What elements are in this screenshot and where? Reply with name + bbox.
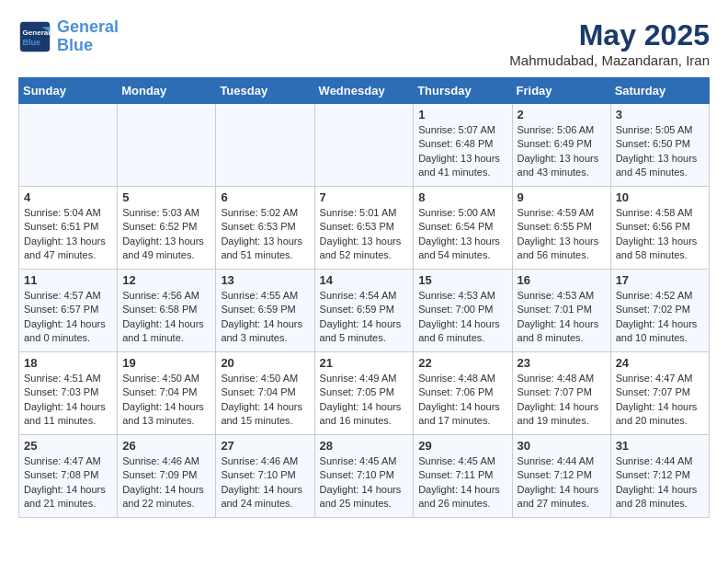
calendar-cell: 9Sunrise: 4:59 AMSunset: 6:55 PMDaylight… [512, 187, 610, 270]
calendar-cell: 23Sunrise: 4:48 AMSunset: 7:07 PMDayligh… [512, 352, 610, 435]
day-info: Sunrise: 4:44 AMSunset: 7:12 PMDaylight:… [518, 454, 606, 511]
calendar-cell: 28Sunrise: 4:45 AMSunset: 7:10 PMDayligh… [314, 435, 414, 518]
day-number: 8 [418, 190, 506, 204]
calendar-cell: 12Sunrise: 4:56 AMSunset: 6:58 PMDayligh… [118, 270, 216, 352]
day-info: Sunrise: 4:50 AMSunset: 7:04 PMDaylight:… [122, 372, 210, 429]
day-number: 2 [518, 108, 606, 121]
day-info: Sunrise: 4:46 AMSunset: 7:09 PMDaylight:… [122, 454, 210, 511]
day-number: 29 [418, 439, 506, 453]
day-info: Sunrise: 4:58 AMSunset: 6:56 PMDaylight:… [616, 206, 704, 263]
day-number: 10 [616, 190, 704, 204]
day-number: 13 [221, 273, 309, 287]
calendar-cell: 25Sunrise: 4:47 AMSunset: 7:08 PMDayligh… [19, 435, 118, 518]
logo-line1: General [57, 17, 119, 36]
day-info: Sunrise: 4:45 AMSunset: 7:10 PMDaylight:… [320, 454, 409, 511]
day-info: Sunrise: 4:57 AMSunset: 6:57 PMDaylight:… [24, 289, 112, 346]
day-info: Sunrise: 4:54 AMSunset: 6:59 PMDaylight:… [320, 289, 409, 346]
calendar-cell: 24Sunrise: 4:47 AMSunset: 7:07 PMDayligh… [610, 352, 709, 435]
day-info: Sunrise: 5:03 AMSunset: 6:52 PMDaylight:… [122, 206, 210, 263]
day-info: Sunrise: 4:48 AMSunset: 7:07 PMDaylight:… [518, 372, 606, 429]
day-info: Sunrise: 5:00 AMSunset: 6:54 PMDaylight:… [418, 206, 506, 263]
day-number: 7 [320, 190, 409, 204]
day-info: Sunrise: 4:45 AMSunset: 7:11 PMDaylight:… [418, 454, 506, 511]
col-header-monday: Monday [118, 78, 216, 104]
calendar-cell: 1Sunrise: 5:07 AMSunset: 6:48 PMDaylight… [414, 104, 512, 187]
calendar-cell: 7Sunrise: 5:01 AMSunset: 6:53 PMDaylight… [314, 187, 414, 270]
day-info: Sunrise: 4:47 AMSunset: 7:08 PMDaylight:… [24, 454, 112, 511]
day-info: Sunrise: 4:52 AMSunset: 7:02 PMDaylight:… [616, 289, 704, 346]
calendar-cell: 11Sunrise: 4:57 AMSunset: 6:57 PMDayligh… [19, 270, 118, 352]
col-header-friday: Friday [512, 78, 610, 104]
calendar-header-row: SundayMondayTuesdayWednesdayThursdayFrid… [19, 78, 710, 104]
calendar-cell: 3Sunrise: 5:05 AMSunset: 6:50 PMDaylight… [610, 104, 709, 187]
col-header-sunday: Sunday [19, 78, 118, 104]
day-info: Sunrise: 4:50 AMSunset: 7:04 PMDaylight:… [221, 372, 309, 429]
day-info: Sunrise: 4:46 AMSunset: 7:10 PMDaylight:… [221, 454, 309, 511]
day-number: 3 [616, 108, 704, 121]
day-number: 6 [221, 190, 309, 204]
day-info: Sunrise: 5:02 AMSunset: 6:53 PMDaylight:… [221, 206, 309, 263]
logo-icon: General Blue [18, 20, 51, 53]
day-info: Sunrise: 4:56 AMSunset: 6:58 PMDaylight:… [122, 289, 210, 346]
page-header: General Blue General Blue May 2025 Mahmu… [18, 18, 710, 68]
day-number: 25 [24, 439, 112, 453]
calendar-cell: 18Sunrise: 4:51 AMSunset: 7:03 PMDayligh… [19, 352, 118, 435]
calendar-cell: 30Sunrise: 4:44 AMSunset: 7:12 PMDayligh… [512, 435, 610, 518]
day-number: 28 [320, 439, 409, 453]
calendar-cell: 13Sunrise: 4:55 AMSunset: 6:59 PMDayligh… [216, 270, 314, 352]
day-info: Sunrise: 4:53 AMSunset: 7:01 PMDaylight:… [518, 289, 606, 346]
day-info: Sunrise: 5:01 AMSunset: 6:53 PMDaylight:… [320, 206, 409, 263]
calendar-cell [19, 104, 118, 187]
calendar-cell: 16Sunrise: 4:53 AMSunset: 7:01 PMDayligh… [512, 270, 610, 352]
day-number: 4 [24, 190, 112, 204]
week-row-5: 25Sunrise: 4:47 AMSunset: 7:08 PMDayligh… [19, 435, 710, 518]
main-title: May 2025 [509, 18, 710, 52]
calendar-cell: 29Sunrise: 4:45 AMSunset: 7:11 PMDayligh… [414, 435, 512, 518]
col-header-tuesday: Tuesday [216, 78, 314, 104]
calendar-cell [118, 104, 216, 187]
logo: General Blue General Blue [18, 18, 119, 55]
day-info: Sunrise: 4:55 AMSunset: 6:59 PMDaylight:… [221, 289, 309, 346]
day-number: 18 [24, 356, 112, 370]
day-number: 1 [418, 108, 506, 121]
calendar-table: SundayMondayTuesdayWednesdayThursdayFrid… [18, 77, 710, 518]
day-number: 22 [418, 356, 506, 370]
day-info: Sunrise: 4:51 AMSunset: 7:03 PMDaylight:… [24, 372, 112, 429]
day-info: Sunrise: 5:07 AMSunset: 6:48 PMDaylight:… [418, 123, 506, 180]
day-info: Sunrise: 5:05 AMSunset: 6:50 PMDaylight:… [616, 123, 704, 180]
calendar-cell: 26Sunrise: 4:46 AMSunset: 7:09 PMDayligh… [118, 435, 216, 518]
week-row-3: 11Sunrise: 4:57 AMSunset: 6:57 PMDayligh… [19, 270, 710, 352]
week-row-2: 4Sunrise: 5:04 AMSunset: 6:51 PMDaylight… [19, 187, 710, 270]
logo-text: General Blue [57, 18, 119, 55]
day-number: 16 [518, 273, 606, 287]
svg-text:Blue: Blue [23, 38, 41, 47]
calendar-cell: 2Sunrise: 5:06 AMSunset: 6:49 PMDaylight… [512, 104, 610, 187]
calendar-cell: 15Sunrise: 4:53 AMSunset: 7:00 PMDayligh… [414, 270, 512, 352]
col-header-saturday: Saturday [610, 78, 709, 104]
calendar-cell [216, 104, 314, 187]
col-header-wednesday: Wednesday [314, 78, 414, 104]
day-info: Sunrise: 5:04 AMSunset: 6:51 PMDaylight:… [24, 206, 112, 263]
day-number: 27 [221, 439, 309, 453]
calendar-cell: 31Sunrise: 4:44 AMSunset: 7:12 PMDayligh… [610, 435, 709, 518]
day-info: Sunrise: 4:59 AMSunset: 6:55 PMDaylight:… [518, 206, 606, 263]
title-block: May 2025 Mahmudabad, Mazandaran, Iran [509, 18, 710, 68]
day-number: 11 [24, 273, 112, 287]
week-row-1: 1Sunrise: 5:07 AMSunset: 6:48 PMDaylight… [19, 104, 710, 187]
day-number: 15 [418, 273, 506, 287]
day-number: 5 [122, 190, 210, 204]
day-info: Sunrise: 4:49 AMSunset: 7:05 PMDaylight:… [320, 372, 409, 429]
day-info: Sunrise: 4:53 AMSunset: 7:00 PMDaylight:… [418, 289, 506, 346]
day-info: Sunrise: 4:47 AMSunset: 7:07 PMDaylight:… [616, 372, 704, 429]
calendar-cell: 19Sunrise: 4:50 AMSunset: 7:04 PMDayligh… [118, 352, 216, 435]
calendar-cell: 21Sunrise: 4:49 AMSunset: 7:05 PMDayligh… [314, 352, 414, 435]
day-number: 14 [320, 273, 409, 287]
calendar-cell: 8Sunrise: 5:00 AMSunset: 6:54 PMDaylight… [414, 187, 512, 270]
calendar-cell: 14Sunrise: 4:54 AMSunset: 6:59 PMDayligh… [314, 270, 414, 352]
calendar-cell: 10Sunrise: 4:58 AMSunset: 6:56 PMDayligh… [610, 187, 709, 270]
calendar-cell [314, 104, 414, 187]
svg-text:General: General [23, 29, 51, 37]
day-info: Sunrise: 5:06 AMSunset: 6:49 PMDaylight:… [518, 123, 606, 180]
calendar-cell: 20Sunrise: 4:50 AMSunset: 7:04 PMDayligh… [216, 352, 314, 435]
day-number: 23 [518, 356, 606, 370]
